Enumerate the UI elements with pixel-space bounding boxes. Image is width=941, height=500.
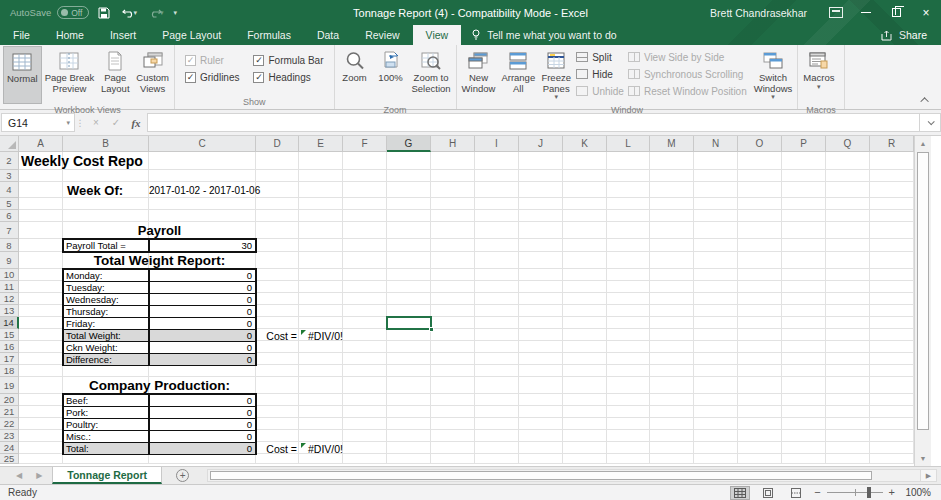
gridlines-checkbox[interactable]: ✓ Gridlines — [185, 72, 239, 83]
cell-L20[interactable] — [607, 394, 650, 406]
cell-Q23[interactable] — [826, 430, 870, 442]
ruler-checkbox[interactable]: ✓ Ruler — [185, 55, 239, 66]
cell-R9[interactable] — [870, 252, 914, 269]
cell-G10[interactable] — [387, 269, 431, 281]
production-table-row[interactable]: Pork:0 — [64, 407, 255, 419]
cell-N25[interactable] — [694, 454, 738, 464]
cell-G9[interactable] — [387, 252, 431, 269]
cell-P8[interactable] — [782, 239, 826, 252]
cell-L15[interactable] — [607, 329, 650, 341]
cell-M12[interactable] — [650, 293, 694, 305]
cell-H12[interactable] — [431, 293, 475, 305]
cell-H7[interactable] — [431, 222, 475, 239]
column-header-C[interactable]: C — [149, 136, 256, 152]
cell-N17[interactable] — [694, 353, 738, 365]
cell-R13[interactable] — [870, 305, 914, 317]
cell-E19[interactable] — [299, 377, 343, 394]
production-table-row[interactable]: Poultry:0 — [64, 419, 255, 431]
cell-F12[interactable] — [343, 293, 387, 305]
row-header-6[interactable]: 6 — [0, 210, 19, 222]
tab-formulas[interactable]: Formulas — [234, 25, 304, 45]
cell-I3[interactable] — [475, 170, 519, 182]
cell-I24[interactable] — [475, 442, 519, 454]
cell-D9[interactable] — [256, 252, 299, 269]
cell-E9[interactable] — [299, 252, 343, 269]
weight-table-row[interactable]: Monday:0 — [64, 270, 255, 282]
cell-N20[interactable] — [694, 394, 738, 406]
cell-N8[interactable] — [694, 239, 738, 252]
cell-A7[interactable] — [19, 222, 63, 239]
row-header-8[interactable]: 8 — [0, 239, 19, 252]
cell-N11[interactable] — [694, 281, 738, 293]
cell-O18[interactable] — [738, 365, 782, 377]
cell-K10[interactable] — [563, 269, 607, 281]
cell-I6[interactable] — [475, 210, 519, 222]
cell-G17[interactable] — [387, 353, 431, 365]
row-header-22[interactable]: 22 — [0, 418, 19, 430]
cell-D13[interactable] — [256, 305, 299, 317]
cell-D5[interactable] — [256, 198, 299, 210]
cell-A6[interactable] — [19, 210, 63, 222]
cell-D21[interactable] — [256, 406, 299, 418]
cell-E23[interactable] — [299, 430, 343, 442]
cell-A5[interactable] — [19, 198, 63, 210]
cell-O12[interactable] — [738, 293, 782, 305]
cell-G3[interactable] — [387, 170, 431, 182]
cell-G8[interactable] — [387, 239, 431, 252]
selection-fill-handle[interactable] — [429, 327, 434, 332]
cell-R20[interactable] — [870, 394, 914, 406]
cell-R25[interactable] — [870, 454, 914, 464]
cell-Q13[interactable] — [826, 305, 870, 317]
cell-N7[interactable] — [694, 222, 738, 239]
cell-M24[interactable] — [650, 442, 694, 454]
macros-button[interactable]: Macros ▾ — [800, 46, 837, 104]
cell-O8[interactable] — [738, 239, 782, 252]
cell-M8[interactable] — [650, 239, 694, 252]
cell-G7[interactable] — [387, 222, 431, 239]
cell-J6[interactable] — [519, 210, 563, 222]
cell-E16[interactable] — [299, 341, 343, 353]
row-header-15[interactable]: 15 — [0, 329, 19, 341]
cell-O3[interactable] — [738, 170, 782, 182]
cell-P4[interactable] — [782, 182, 826, 198]
cell-I13[interactable] — [475, 305, 519, 317]
cell-K11[interactable] — [563, 281, 607, 293]
cell-K12[interactable] — [563, 293, 607, 305]
cell-K24[interactable] — [563, 442, 607, 454]
cell-E12[interactable] — [299, 293, 343, 305]
cell-J5[interactable] — [519, 198, 563, 210]
cell-A23[interactable] — [19, 430, 63, 442]
column-header-G[interactable]: G — [387, 136, 431, 152]
cell-D2[interactable] — [256, 152, 299, 170]
minimize-button[interactable] — [851, 0, 881, 25]
cell-F17[interactable] — [343, 353, 387, 365]
custom-views-button[interactable]: Custom Views — [133, 46, 172, 104]
column-header-O[interactable]: O — [738, 136, 782, 152]
cell-E11[interactable] — [299, 281, 343, 293]
cell-J12[interactable] — [519, 293, 563, 305]
cell-C25[interactable] — [149, 454, 256, 464]
cell-E17[interactable] — [299, 353, 343, 365]
cell-M25[interactable] — [650, 454, 694, 464]
cell-I18[interactable] — [475, 365, 519, 377]
cell-J25[interactable] — [519, 454, 563, 464]
cell-I17[interactable] — [475, 353, 519, 365]
cell-P16[interactable] — [782, 341, 826, 353]
weight-table-row[interactable]: Difference:0 — [64, 354, 255, 365]
cell-L10[interactable] — [607, 269, 650, 281]
cell-A12[interactable] — [19, 293, 63, 305]
cell-Q24[interactable] — [826, 442, 870, 454]
cell-J2[interactable] — [519, 152, 563, 170]
cell-L19[interactable] — [607, 377, 650, 394]
cell-P24[interactable] — [782, 442, 826, 454]
cell-O7[interactable] — [738, 222, 782, 239]
cell-L9[interactable] — [607, 252, 650, 269]
sheet-scroll-right-button[interactable]: ▶ — [36, 471, 42, 480]
row-header-19[interactable]: 19 — [0, 377, 19, 394]
cell-R11[interactable] — [870, 281, 914, 293]
cell-M21[interactable] — [650, 406, 694, 418]
cell-A10[interactable] — [19, 269, 63, 281]
cell-G4[interactable] — [387, 182, 431, 198]
cell-H22[interactable] — [431, 418, 475, 430]
row-header-17[interactable]: 17 — [0, 353, 19, 365]
